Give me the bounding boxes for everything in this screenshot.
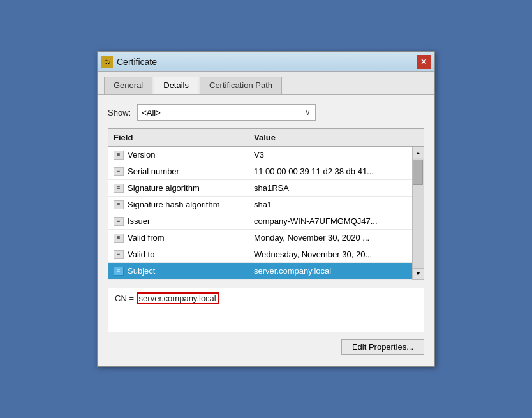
table-row[interactable]: ≡Serial number11 00 00 00 39 11 d2 38 db… xyxy=(108,163,412,180)
row-field-text: Signature algorithm xyxy=(128,183,200,193)
title-bar: 🗂 Certificate ✕ xyxy=(98,52,434,72)
scroll-track xyxy=(413,158,424,268)
row-icon: ≡ xyxy=(114,184,124,193)
show-row: Show: <All> xyxy=(108,104,424,121)
row-value-text: 11 00 00 00 39 11 d2 38 db 41... xyxy=(249,165,412,177)
show-select-wrapper: <All> xyxy=(137,104,316,121)
scroll-down-arrow[interactable]: ▼ xyxy=(413,268,424,280)
row-value-text: Wednesday, November 30, 20... xyxy=(249,248,412,260)
cert-details-table: Field Value ≡VersionV3≡Serial number11 0… xyxy=(108,128,424,280)
table-row[interactable]: ≡Subjectserver.company.local xyxy=(108,263,412,280)
row-value-text: Monday, November 30, 2020 ... xyxy=(249,232,412,244)
table-row[interactable]: ≡Signature algorithmsha1RSA xyxy=(108,180,412,197)
tab-details[interactable]: Details xyxy=(154,77,198,94)
detail-prefix: CN = xyxy=(115,294,137,303)
scrollbar-area: ≡VersionV3≡Serial number11 00 00 00 39 1… xyxy=(108,147,424,280)
row-field-text: Valid from xyxy=(128,233,165,243)
window-icon: 🗂 xyxy=(101,56,113,68)
tab-content: Show: <All> Field Value ≡VersionV3≡Seria… xyxy=(98,95,434,366)
row-icon: ≡ xyxy=(114,200,124,209)
detail-box: CN = server.company.local xyxy=(108,288,424,332)
edit-properties-button[interactable]: Edit Properties... xyxy=(341,339,424,355)
row-field: ≡Subject xyxy=(108,265,249,277)
scrollbar[interactable]: ▲ ▼ xyxy=(412,147,424,280)
row-field-text: Valid to xyxy=(128,250,154,259)
row-field: ≡Signature algorithm xyxy=(108,182,249,194)
row-icon: ≡ xyxy=(114,217,124,226)
tab-general[interactable]: General xyxy=(104,77,152,94)
show-label: Show: xyxy=(108,108,131,117)
row-field: ≡Serial number xyxy=(108,165,249,177)
table-row[interactable]: ≡VersionV3 xyxy=(108,147,412,163)
detail-value: server.company.local xyxy=(137,292,219,304)
row-value-text: V3 xyxy=(249,149,412,161)
table-row[interactable]: ≡Issuercompany-WIN-A7UFMGMQJ47... xyxy=(108,213,412,230)
row-icon: ≡ xyxy=(114,250,124,259)
row-field: ≡Valid from xyxy=(108,232,249,244)
row-field-text: Version xyxy=(128,150,155,160)
show-select[interactable]: <All> xyxy=(137,104,316,121)
row-value-text: sha1RSA xyxy=(249,182,412,194)
certificate-window: 🗂 Certificate ✕ General Details Certific… xyxy=(97,51,435,367)
row-field-text: Serial number xyxy=(128,167,179,176)
table-header: Field Value xyxy=(108,129,424,147)
row-value-text: sha1 xyxy=(249,198,412,211)
row-field: ≡Valid to xyxy=(108,248,249,260)
col-header-field: Field xyxy=(108,131,249,144)
title-bar-left: 🗂 Certificate xyxy=(101,56,157,68)
table-row[interactable]: ≡Valid fromMonday, November 30, 2020 ... xyxy=(108,230,412,246)
row-field: ≡Signature hash algorithm xyxy=(108,198,249,211)
scroll-thumb[interactable] xyxy=(413,160,423,185)
row-field-text: Subject xyxy=(128,266,155,276)
row-icon: ≡ xyxy=(114,234,124,243)
tab-bar: General Details Certification Path xyxy=(98,72,434,95)
table-row[interactable]: ≡Signature hash algorithmsha1 xyxy=(108,197,412,213)
table-body: ≡VersionV3≡Serial number11 00 00 00 39 1… xyxy=(108,147,412,280)
row-field: ≡Version xyxy=(108,149,249,161)
row-field-text: Signature hash algorithm xyxy=(128,200,220,209)
row-field: ≡Issuer xyxy=(108,215,249,227)
row-value-text: server.company.local xyxy=(249,265,412,277)
button-row: Edit Properties... xyxy=(108,339,424,357)
row-icon: ≡ xyxy=(114,267,124,276)
row-field-text: Issuer xyxy=(128,216,150,226)
row-icon: ≡ xyxy=(114,151,124,160)
row-value-text: company-WIN-A7UFMGMQJ47... xyxy=(249,215,412,227)
scroll-up-arrow[interactable]: ▲ xyxy=(413,147,424,158)
window-title: Certificate xyxy=(117,57,157,67)
table-row[interactable]: ≡Valid toWednesday, November 30, 20... xyxy=(108,246,412,263)
tab-cert-path[interactable]: Certification Path xyxy=(200,77,282,94)
close-button[interactable]: ✕ xyxy=(417,55,431,69)
row-icon: ≡ xyxy=(114,167,124,176)
col-header-value: Value xyxy=(249,131,424,144)
